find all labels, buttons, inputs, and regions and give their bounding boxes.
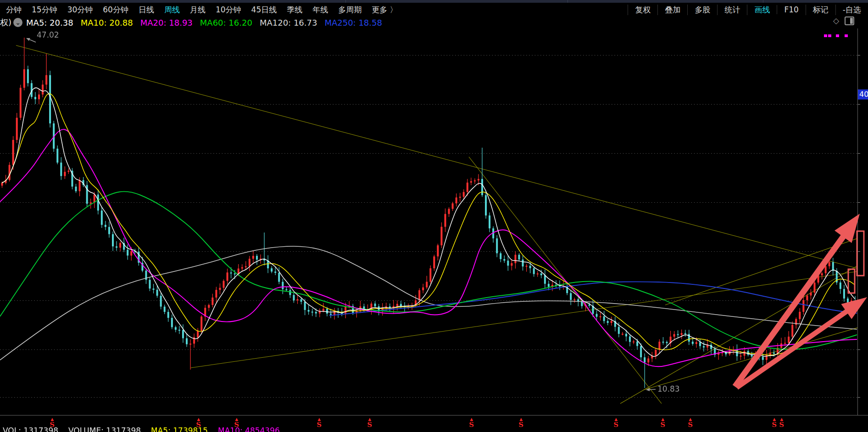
ma-value-label: MA120: 16.73	[260, 18, 317, 28]
peak-price-label: 47.02	[37, 30, 59, 39]
ex-dividend-marker[interactable]: ▲S	[317, 417, 322, 428]
drawing-mark-dot	[845, 34, 848, 37]
action-buttons: 复权叠加多股统计画线F10标记-自选	[628, 5, 868, 15]
marker-letter: S	[772, 421, 777, 428]
chart-corner-tools: ◇	[833, 17, 854, 25]
timeframe-tab[interactable]: 10分钟	[211, 5, 246, 15]
trading-app-window: 分钟15分钟30分钟60分钟日线周线月线10分钟45日线季线年线多周期更多 〉 …	[0, 0, 868, 432]
ma-value-label: MA250: 18.58	[324, 18, 382, 28]
ex-dividend-marker[interactable]: ▲S	[779, 417, 785, 428]
timeframe-tab[interactable]: 45日线	[246, 5, 282, 15]
ex-dividend-marker[interactable]: ▲S	[688, 417, 693, 428]
panel-toggle-icon[interactable]	[845, 17, 854, 25]
timeframe-tab[interactable]: 多周期	[333, 5, 367, 15]
action-button[interactable]: 叠加	[657, 5, 687, 15]
timeframe-tab[interactable]: 周线	[159, 5, 185, 15]
price-axis-badge: 40	[858, 89, 868, 100]
timeframe-tab[interactable]: 分钟	[1, 5, 27, 15]
action-button[interactable]: 多股	[687, 5, 717, 15]
kline-chart[interactable]	[0, 0, 868, 432]
volume-legend-row: VOL: 1317398VOLUME: 1317398MA5: 1739815M…	[3, 426, 290, 432]
diamond-icon[interactable]: ◇	[833, 17, 839, 25]
drawing-mark-dot	[836, 34, 839, 37]
timeframe-tab[interactable]: 年线	[307, 5, 333, 15]
volume-value-label: VOLUME: 1317398	[68, 426, 141, 432]
ma-value-label: MA5: 20.38	[26, 18, 73, 28]
volume-value-label: MA10: 4854396	[218, 426, 280, 432]
ma-value-label: MA10: 20.88	[81, 18, 133, 28]
action-button[interactable]: 复权	[628, 5, 657, 15]
timeframe-tab[interactable]: 15分钟	[27, 5, 62, 15]
ma-legend-row: 权) ⌄ MA5: 20.38MA10: 20.88MA20: 18.93MA6…	[0, 17, 868, 28]
drawing-mark-dot	[824, 34, 827, 37]
period-toolbar: 分钟15分钟30分钟60分钟日线周线月线10分钟45日线季线年线多周期更多 〉 …	[0, 3, 868, 17]
ex-dividend-marker[interactable]: ▲S	[772, 417, 777, 428]
ma-legend-items: MA5: 20.38MA10: 20.88MA20: 18.93MA60: 16…	[26, 18, 389, 28]
timeframe-tab[interactable]: 更多 〉	[367, 5, 402, 15]
ex-dividend-marker[interactable]: ▲S	[614, 417, 619, 428]
ex-dividend-marker[interactable]: ▲S	[469, 417, 474, 428]
timeframe-tab[interactable]: 季线	[282, 5, 307, 15]
timeframe-tab[interactable]: 月线	[185, 5, 211, 15]
ex-dividend-marker[interactable]: ▲S	[367, 417, 373, 428]
marker-letter: S	[519, 421, 524, 428]
ex-dividend-marker[interactable]: ▲S	[519, 417, 524, 428]
marker-letter: S	[50, 421, 55, 428]
adjust-mode-label: 权)	[0, 17, 11, 28]
timeframe-tabs: 分钟15分钟30分钟60分钟日线周线月线10分钟45日线季线年线多周期更多 〉	[0, 5, 403, 15]
ex-dividend-marker[interactable]: ▲S	[196, 417, 201, 428]
marker-letter: S	[196, 421, 201, 428]
action-button[interactable]: F10	[777, 5, 805, 14]
ex-dividend-marker[interactable]: ▲S	[661, 417, 666, 428]
timeframe-tab[interactable]: 30分钟	[62, 5, 98, 15]
ex-dividend-marker[interactable]: ▲S	[234, 417, 239, 428]
drawing-mark-dot	[828, 34, 831, 37]
marker-letter: S	[317, 421, 322, 428]
action-button[interactable]: 统计	[717, 5, 747, 15]
marker-letter: S	[661, 421, 666, 428]
marker-letter: S	[688, 421, 693, 428]
marker-letter: S	[234, 421, 239, 428]
action-button[interactable]: 画线	[747, 5, 777, 15]
timeframe-tab[interactable]: 日线	[134, 5, 159, 15]
marker-letter: S	[614, 421, 619, 428]
timeframe-tab[interactable]: 60分钟	[98, 5, 134, 15]
ex-dividend-marker[interactable]: ▲S	[50, 417, 55, 428]
ma-value-label: MA20: 18.93	[140, 18, 193, 28]
trough-price-label: 10.83	[657, 384, 680, 393]
action-button[interactable]: 标记	[806, 5, 835, 15]
action-button[interactable]: -自选	[835, 5, 868, 15]
collapse-chevron-icon[interactable]: ⌄	[13, 18, 22, 27]
marker-letter: S	[779, 421, 785, 428]
marker-letter: S	[469, 421, 474, 428]
marker-letter: S	[367, 421, 373, 428]
ma-value-label: MA60: 16.20	[200, 18, 252, 28]
